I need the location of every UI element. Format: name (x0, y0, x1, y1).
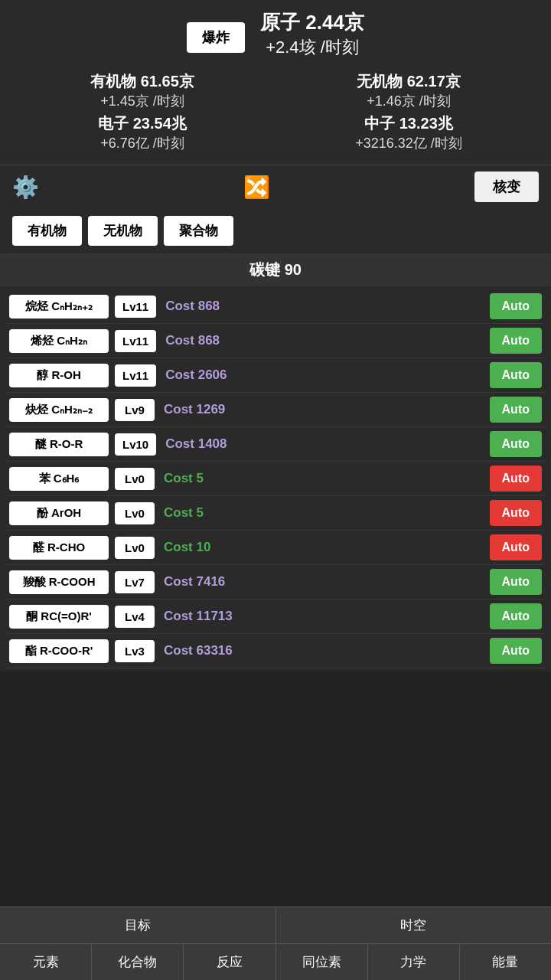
compound-level: Lv9 (115, 399, 155, 421)
compound-cost: Cost 5 (161, 471, 484, 486)
compound-level: Lv4 (115, 606, 155, 628)
auto-button[interactable]: Auto (490, 603, 542, 629)
list-item: 酚 ArOHLv0Cost 5Auto (6, 496, 545, 531)
auto-button[interactable]: Auto (490, 431, 542, 457)
list-item: 苯 C₆H₆Lv0Cost 5Auto (6, 462, 545, 496)
compound-cost: Cost 2606 (162, 368, 483, 383)
bottom-btn-compounds[interactable]: 化合物 (92, 944, 184, 980)
electron-count: 电子 23.54兆 (12, 113, 272, 134)
compound-cost: Cost 1408 (162, 436, 483, 452)
settings-icon[interactable]: ⚙️ (12, 175, 39, 200)
bottom-btn-energy[interactable]: 能量 (460, 944, 551, 980)
bottom-btn-isotopes[interactable]: 同位素 (276, 944, 368, 980)
section-title: 碳键 90 (0, 253, 551, 286)
compound-level: Lv11 (115, 330, 156, 352)
compound-name[interactable]: 酚 ArOH (9, 501, 109, 525)
bottom-btn-spacetime[interactable]: 时空 (276, 907, 552, 943)
compound-name[interactable]: 烯烃 CₙH₂ₙ (9, 329, 109, 353)
bottom-btn-elements[interactable]: 元素 (0, 944, 92, 980)
bottom-btn-mechanics[interactable]: 力学 (368, 944, 460, 980)
organic-count: 有机物 61.65京 (12, 71, 272, 92)
bottom-navigation: 目标 时空 元素 化合物 反应 同位素 力学 能量 (0, 906, 551, 980)
compound-level: Lv0 (115, 502, 155, 524)
compound-list: 烷烃 CₙH₂ₙ₊₂Lv11Cost 868Auto烯烃 CₙH₂ₙLv11Co… (0, 286, 551, 671)
compound-name[interactable]: 炔烃 CₙH₂ₙ₋₂ (9, 398, 109, 422)
neutron-rate: +3216.32亿 /时刻 (279, 134, 539, 152)
compound-level: Lv7 (115, 571, 155, 593)
tab-bar: 有机物 无机物 聚合物 (0, 208, 551, 253)
compound-name[interactable]: 醇 R-OH (9, 364, 109, 387)
explode-button[interactable]: 爆炸 (187, 22, 245, 53)
list-item: 酮 RC(=O)R'Lv4Cost 11713Auto (6, 599, 545, 634)
compound-cost: Cost 868 (162, 333, 483, 348)
shuffle-icon[interactable]: 🔀 (243, 175, 270, 200)
compound-cost: Cost 868 (162, 299, 483, 314)
auto-button[interactable]: Auto (490, 293, 542, 319)
auto-button[interactable]: Auto (490, 500, 542, 526)
compound-cost: Cost 7416 (161, 574, 484, 590)
auto-button[interactable]: Auto (490, 466, 542, 492)
compound-cost: Cost 5 (161, 505, 484, 521)
nuke-button[interactable]: 核变 (474, 172, 539, 202)
atom-count: 原子 2.44京 (260, 9, 364, 36)
list-item: 酯 R-COO-R'Lv3Cost 63316Auto (6, 634, 545, 668)
list-item: 烷烃 CₙH₂ₙ₊₂Lv11Cost 868Auto (6, 289, 545, 324)
atom-rate: +2.4垓 /时刻 (260, 36, 364, 59)
electron-rate: +6.76亿 /时刻 (12, 134, 272, 152)
auto-button[interactable]: Auto (490, 638, 542, 664)
compound-name[interactable]: 酮 RC(=O)R' (9, 605, 109, 629)
compound-level: Lv11 (115, 296, 156, 318)
bottom-btn-reactions[interactable]: 反应 (184, 944, 276, 980)
neutron-count: 中子 13.23兆 (279, 113, 539, 134)
compound-name[interactable]: 醚 R-O-R (9, 433, 109, 456)
list-item: 醚 R-O-RLv10Cost 1408Auto (6, 427, 545, 462)
auto-button[interactable]: Auto (490, 569, 542, 595)
list-item: 烯烃 CₙH₂ₙLv11Cost 868Auto (6, 324, 545, 358)
list-item: 羧酸 R-COOHLv7Cost 7416Auto (6, 565, 545, 599)
tab-polymer[interactable]: 聚合物 (164, 216, 233, 246)
compound-name[interactable]: 苯 C₆H₆ (9, 467, 109, 491)
auto-button[interactable]: Auto (490, 362, 542, 388)
compound-name[interactable]: 醛 R-CHO (9, 536, 109, 560)
organic-rate: +1.45京 /时刻 (12, 92, 272, 110)
auto-button[interactable]: Auto (490, 534, 542, 560)
compound-level: Lv10 (115, 433, 156, 456)
compound-name[interactable]: 羧酸 R-COOH (9, 570, 109, 594)
tab-organic[interactable]: 有机物 (12, 216, 82, 246)
compound-cost: Cost 1269 (161, 402, 484, 417)
compound-level: Lv11 (115, 364, 156, 387)
bottom-btn-goal[interactable]: 目标 (0, 907, 276, 943)
list-item: 醇 R-OHLv11Cost 2606Auto (6, 358, 545, 393)
compound-name[interactable]: 烷烃 CₙH₂ₙ₊₂ (9, 295, 109, 318)
auto-button[interactable]: Auto (490, 397, 542, 423)
compound-level: Lv0 (115, 537, 155, 559)
compound-level: Lv0 (115, 468, 155, 490)
compound-level: Lv3 (115, 640, 155, 662)
compound-cost: Cost 10 (161, 540, 484, 555)
list-item: 炔烃 CₙH₂ₙ₋₂Lv9Cost 1269Auto (6, 393, 545, 427)
auto-button[interactable]: Auto (490, 328, 542, 354)
inorganic-rate: +1.46京 /时刻 (279, 92, 539, 110)
inorganic-count: 无机物 62.17京 (279, 71, 539, 92)
compound-cost: Cost 11713 (161, 609, 484, 624)
tab-inorganic[interactable]: 无机物 (88, 216, 158, 246)
list-item: 醛 R-CHOLv0Cost 10Auto (6, 531, 545, 565)
compound-cost: Cost 63316 (161, 643, 484, 658)
compound-name[interactable]: 酯 R-COO-R' (9, 639, 109, 663)
